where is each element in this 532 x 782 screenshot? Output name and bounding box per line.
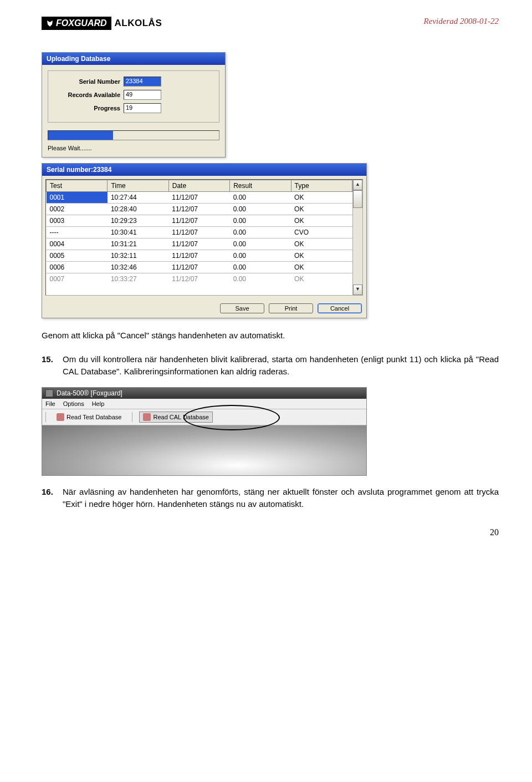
scrollbar[interactable]: ▲ ▼ bbox=[352, 180, 362, 295]
item-16-text: När avläsning av handenheten har genomfö… bbox=[63, 486, 499, 511]
scroll-track[interactable] bbox=[353, 190, 362, 285]
col-type[interactable]: Type bbox=[291, 180, 352, 192]
menu-file[interactable]: File bbox=[45, 400, 55, 407]
table-row[interactable]: 000310:29:2311/12/070.00OK bbox=[47, 215, 352, 227]
paragraph-cancel-info: Genom att klicka på "Cancel" stängs hand… bbox=[42, 329, 499, 342]
serial-label: Serial Number bbox=[54, 78, 124, 85]
table-row[interactable]: 000710:33:2711/12/070.00OK bbox=[47, 273, 352, 283]
menu-options[interactable]: Options bbox=[63, 400, 84, 407]
revision-date: Reviderad 2008-01-22 bbox=[424, 17, 499, 26]
read-cal-icon bbox=[143, 413, 151, 421]
progress-label: Progress bbox=[54, 105, 124, 111]
scroll-up-icon[interactable]: ▲ bbox=[353, 180, 362, 190]
table-row[interactable]: 000410:31:2111/12/070.00OK bbox=[47, 238, 352, 250]
results-dialog-title: Serial number:23384 bbox=[42, 164, 366, 176]
please-wait-text: Please Wait....... bbox=[48, 145, 219, 151]
records-input[interactable]: 49 bbox=[124, 90, 161, 100]
app-icon bbox=[45, 389, 53, 397]
menu-bar[interactable]: File Options Help bbox=[42, 399, 366, 409]
item-15: 15. Om du vill kontrollera när handenhet… bbox=[42, 353, 499, 378]
progress-input[interactable]: 19 bbox=[124, 103, 161, 113]
app-window-title: Data-500® [Foxguard] bbox=[42, 388, 366, 399]
serial-input[interactable]: 23384 bbox=[124, 77, 161, 87]
print-button[interactable]: Print bbox=[269, 303, 313, 313]
item-16: 16. När avläsning av handenheten har gen… bbox=[42, 486, 499, 511]
cancel-button[interactable]: Cancel bbox=[318, 303, 362, 313]
read-test-database-button[interactable]: Read Test Database bbox=[53, 412, 125, 423]
page-number: 20 bbox=[42, 527, 499, 537]
table-row[interactable]: 000510:32:1111/12/070.00OK bbox=[47, 250, 352, 262]
menu-help[interactable]: Help bbox=[92, 400, 105, 407]
logo-sub-text: ALKOLÅS bbox=[115, 18, 162, 29]
fox-icon bbox=[46, 19, 54, 27]
col-time[interactable]: Time bbox=[108, 180, 168, 192]
item-15-text: Om du vill kontrollera när handenheten b… bbox=[63, 353, 499, 378]
read-test-icon bbox=[57, 413, 64, 421]
uploading-dialog: Uploading Database Serial Number 23384 R… bbox=[42, 52, 226, 158]
progress-bar bbox=[48, 130, 219, 140]
results-table[interactable]: Test Time Date Result Type 000110:27:441… bbox=[46, 180, 352, 283]
table-row[interactable]: 000610:32:4611/12/070.00OK bbox=[47, 262, 352, 273]
col-test[interactable]: Test bbox=[47, 180, 108, 192]
col-date[interactable]: Date bbox=[168, 180, 229, 192]
dialog-title: Uploading Database bbox=[42, 53, 225, 65]
save-button[interactable]: Save bbox=[220, 303, 264, 313]
scroll-down-icon[interactable]: ▼ bbox=[353, 285, 362, 295]
table-row[interactable]: 000210:28:4011/12/070.00OK bbox=[47, 204, 352, 215]
app-body-background bbox=[42, 425, 366, 475]
brand-logo: FOXGUARD ALKOLÅS bbox=[42, 17, 162, 30]
table-row[interactable]: ----10:30:4111/12/070.00CVO bbox=[47, 227, 352, 238]
item-16-number: 16. bbox=[42, 486, 63, 511]
item-15-number: 15. bbox=[42, 353, 63, 378]
scroll-thumb[interactable] bbox=[353, 190, 362, 208]
read-cal-database-button[interactable]: Read CAL Database bbox=[139, 412, 213, 423]
table-row[interactable]: 000110:27:4411/12/070.00OK bbox=[47, 192, 352, 204]
app-window-screenshot: Data-500® [Foxguard] File Options Help R… bbox=[42, 387, 367, 476]
results-dialog: Serial number:23384 Test Time Date Resul… bbox=[42, 163, 367, 318]
logo-brand-text: FOXGUARD bbox=[56, 18, 107, 28]
records-label: Records Available bbox=[54, 92, 124, 98]
col-result[interactable]: Result bbox=[230, 180, 291, 192]
